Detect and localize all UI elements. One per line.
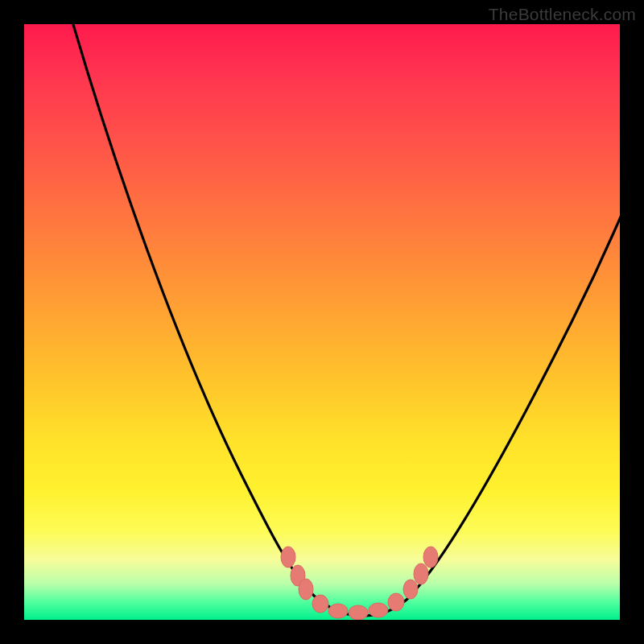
svg-point-6	[369, 603, 388, 617]
chart-frame: TheBottleneck.com	[0, 0, 644, 644]
svg-point-2	[299, 579, 313, 600]
curve-path	[68, 24, 620, 616]
attribution-text: TheBottleneck.com	[489, 5, 636, 24]
svg-point-3	[312, 595, 328, 613]
svg-point-4	[328, 604, 348, 618]
svg-point-9	[414, 564, 428, 584]
svg-point-5	[349, 605, 368, 620]
bottleneck-curve	[24, 24, 620, 620]
svg-point-8	[403, 580, 418, 599]
chart-plot-area	[24, 24, 620, 620]
svg-point-7	[388, 593, 404, 611]
trough-markers	[281, 547, 438, 620]
svg-point-0	[281, 547, 295, 568]
svg-point-10	[423, 547, 438, 568]
